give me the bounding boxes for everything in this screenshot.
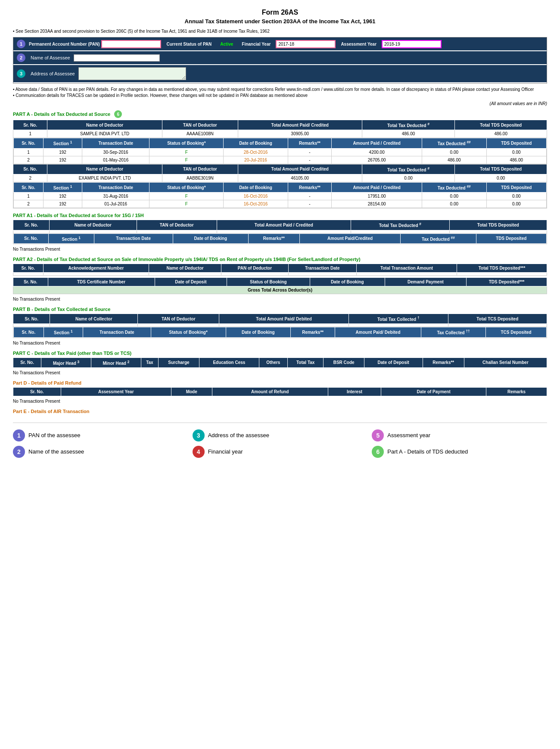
- table-row: [13, 272, 547, 275]
- sub-col-remarks: Remarks**: [288, 138, 332, 148]
- table-row: 219201-Jul-2016F16-Oct-2016-28154.000.00…: [14, 200, 547, 208]
- partC-header: PART C - Details of Tax Paid (other than…: [13, 351, 547, 356]
- table-row: Sr. No. Section 1 Transaction Date Date …: [13, 233, 547, 244]
- addr-row: 3 Address of Assessee: [13, 65, 547, 82]
- addr-label: Address of Assessee: [31, 71, 75, 76]
- fy-input[interactable]: [276, 40, 336, 48]
- partA2-table2: Sr. No. TDS Certificate Number Date of D…: [13, 277, 547, 294]
- legend-item-1: 1 PAN of the assessee: [13, 429, 188, 441]
- gross-total-row: Gross Total Across Deductor(s): [13, 286, 547, 294]
- fy-label: Financial Year: [238, 40, 274, 48]
- name-label: Name of Assessee: [31, 55, 70, 60]
- page-subtitle: Annual Tax Statement under Section 203AA…: [13, 18, 547, 25]
- partB-header: PART B - Details of Tax Collected at Sou…: [13, 307, 547, 312]
- legend-text-4: Financial year: [208, 448, 243, 455]
- partA2-no-trans: No Transactions Present: [13, 296, 547, 302]
- note1: • See Section 203AA and second provision…: [13, 29, 547, 34]
- badge-6: 6: [114, 110, 122, 118]
- partB-no-trans: No Transactions Present: [13, 340, 547, 346]
- partE-header: Part E - Details of AIR Transaction: [13, 409, 547, 414]
- sub-col-tds-dep: TDS Deposited: [486, 138, 546, 148]
- status-value: Active: [217, 41, 236, 47]
- legend-section: 1 PAN of the assessee 3 Address of the a…: [13, 423, 547, 458]
- col-tds-deposited: Total TDS Deposited: [455, 120, 547, 130]
- amr-note: (All amount values are in INR): [13, 101, 547, 106]
- legend-badge-3: 3: [193, 429, 205, 441]
- sub-col-status: Status of Booking*: [149, 138, 224, 148]
- partC-table: Sr. No. Major Head 3 Minor Head 2 Tax Su…: [13, 357, 547, 368]
- sub-col-section: Section 1: [44, 138, 82, 148]
- partC-no-trans: No Transactions Present: [13, 370, 547, 376]
- table-row: 219201-May-2016F20-Jul-2016-26705.00486.…: [14, 156, 547, 164]
- col-tax-deducted: Total Tax Deducted #: [362, 120, 455, 130]
- legend-text-3: Address of the assessee: [208, 432, 269, 438]
- legend-badge-6: 6: [372, 446, 384, 458]
- col-tan: TAN of Deductor: [162, 120, 238, 130]
- legend-text-2: Name of the assessee: [28, 448, 84, 455]
- table-row: [13, 324, 547, 327]
- sub-col-date-booking: Date of Booking: [224, 138, 288, 148]
- col-srno: Sr. No.: [13, 120, 47, 130]
- legend-item-6: 6 Part A - Details of TDS deducted: [372, 446, 547, 458]
- partA2-table1: Sr. No. Acknowledgement Number Name of D…: [13, 264, 547, 276]
- pan-info-row: 1 Permanent Account Number (PAN) Current…: [13, 37, 547, 50]
- col-total-paid: Total Amount Paid/ Credited: [238, 120, 362, 130]
- legend-badge-1: 1: [13, 429, 25, 441]
- legend-badge-5: 5: [372, 429, 384, 441]
- name-row: 2 Name of Assessee: [13, 51, 547, 64]
- table-row: [13, 230, 547, 233]
- sub-col-srno: Sr. No.: [14, 138, 44, 148]
- gross-total-label: Gross Total Across Deductor(s): [13, 286, 547, 294]
- status-label: Current Status of PAN: [163, 40, 215, 48]
- ay-label: Assessment Year: [337, 40, 380, 48]
- page-title: Form 26AS: [13, 9, 547, 16]
- badge-2: 2: [17, 53, 25, 62]
- badge-1: 1: [17, 40, 25, 48]
- legend-item-2: 2 Name of the assessee: [13, 446, 188, 458]
- partD-table: Sr. No. Assessment Year Mode Amount of R…: [13, 387, 547, 396]
- partD-no-trans: No Transactions Present: [13, 398, 547, 404]
- table-row: Sr. No. Section 1 Transaction Date Statu…: [13, 138, 547, 164]
- legend-item-4: 4 Financial year: [193, 446, 368, 458]
- table-row: 119230-Sep-2016F28-Oct-2016-4200.000.000…: [14, 148, 547, 156]
- legend-badge-4: 4: [193, 446, 205, 458]
- col-name-deductor: Name of Deductor: [47, 120, 162, 130]
- table-row: Sr. No. Section 1 Transaction Date Statu…: [13, 327, 547, 338]
- legend-text-1: PAN of the assessee: [28, 432, 80, 438]
- partA2-header: PART A2 - Details of Tax Deducted at Sou…: [13, 257, 547, 262]
- legend-text-6: Part A - Details of TDS deducted: [387, 448, 468, 455]
- legend-text-5: Assessment year: [387, 432, 430, 438]
- partA-header: PART A - Details of Tax Deducted at Sour…: [13, 110, 547, 118]
- sub-col-amount-paid: Amount Paid / Credited: [332, 138, 422, 148]
- table-row: Sr. No. Section 1 Transaction Date Statu…: [13, 182, 547, 208]
- partA1-no-trans: No Transactions Present: [13, 246, 547, 252]
- partA1-table: Sr. No. Name of Deductor TAN of Deductor…: [13, 220, 547, 244]
- badge-3: 3: [17, 69, 25, 78]
- note3: • Communication details for TRACES can b…: [13, 93, 547, 98]
- sub-col-trans-date: Transaction Date: [82, 138, 149, 148]
- name-input[interactable]: [74, 54, 160, 62]
- addr-input[interactable]: [78, 67, 186, 80]
- legend-badge-2: 2: [13, 446, 25, 458]
- ay-input[interactable]: [382, 40, 442, 48]
- note2: • Above data / Status of PAN is as per P…: [13, 87, 547, 92]
- partA1-header: PART A1 - Details of Tax Deducted at Sou…: [13, 213, 547, 218]
- table-row: Sr. No. Name of Deductor TAN of Deductor…: [13, 164, 547, 174]
- partA-table: Sr. No. Name of Deductor TAN of Deductor…: [13, 120, 547, 208]
- table-row: 2 EXAMPLE INDIA PVT. LTD AABBE3019N 4610…: [13, 174, 547, 182]
- legend-item-3: 3 Address of the assessee: [193, 429, 368, 441]
- partB-table: Sr. No. Name of Collector TAN of Deducto…: [13, 314, 547, 338]
- partD-header: Part D - Details of Paid Refund: [13, 380, 547, 385]
- legend-item-5: 5 Assessment year: [372, 429, 547, 441]
- pan-input[interactable]: [101, 40, 161, 48]
- table-row: 119231-Aug-2016F16-Oct-2016-17951.000.00…: [14, 193, 547, 200]
- sub-col-tax-ded: Tax Deducted ##: [422, 138, 487, 148]
- table-row: 1 SAMPLE INDIA PVT. LTD AAAAE1008N 30905…: [13, 130, 547, 138]
- pan-label: Permanent Account Number (PAN): [29, 42, 100, 47]
